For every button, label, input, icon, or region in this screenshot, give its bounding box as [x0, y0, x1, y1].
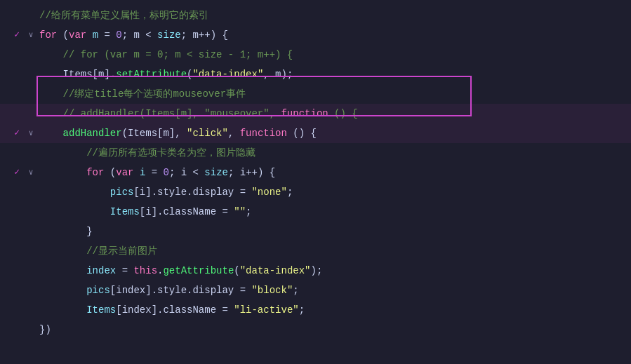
code-line: pics[i].style.display = "none"; [0, 182, 631, 202]
line-content: //显示当前图片 [36, 241, 631, 261]
code-line: Items[i].className = ""; [0, 202, 631, 222]
code-line: Items[index].className = "li-active"; [0, 300, 631, 320]
line-content: } [36, 222, 631, 241]
code-line: ✓ ∨ addHandler(Items[m], "click", functi… [0, 123, 631, 143]
code-line: //绑定title每个选项的mouseover事件 [0, 84, 631, 104]
code-line: // for (var m = 0; m < size - 1; m++) { [0, 45, 631, 65]
fold-arrow: ∨ [25, 163, 36, 182]
fold-arrow: ∨ [25, 25, 36, 45]
line-content: pics[i].style.display = "none"; [36, 182, 631, 202]
code-line: //遍历所有选项卡类名为空，图片隐藏 [0, 143, 631, 163]
code-line: Items[m].setAttribute("data-index", m); [0, 65, 631, 84]
code-editor: //给所有菜单定义属性，标明它的索引 ✓ ∨ for (var m = 0; m… [0, 0, 631, 364]
code-line: //显示当前图片 [0, 241, 631, 261]
line-content: addHandler(Items[m], "click", function (… [36, 123, 631, 143]
code-line: } [0, 222, 631, 241]
line-gutter: ✓ [0, 25, 25, 45]
line-content: //绑定title每个选项的mouseover事件 [36, 84, 631, 104]
code-line: ✓ ∨ for (var m = 0; m < size; m++) { [0, 25, 631, 45]
code-line: //给所有菜单定义属性，标明它的索引 [0, 6, 631, 25]
line-content: //遍历所有选项卡类名为空，图片隐藏 [36, 143, 631, 163]
line-content: // addHandler(Items[m], "mouseover", fun… [36, 104, 631, 123]
line-content: index = this.getAttribute("data-index"); [36, 261, 631, 281]
line-content: }) [36, 320, 631, 339]
code-line: }) [0, 320, 631, 339]
line-content: //给所有菜单定义属性，标明它的索引 [36, 6, 631, 25]
code-line: index = this.getAttribute("data-index"); [0, 261, 631, 281]
code-line: ✓ ∨ for (var i = 0; i < size; i++) { [0, 163, 631, 182]
line-content: Items[m].setAttribute("data-index", m); [36, 65, 631, 84]
code-line: pics[index].style.display = "block"; [0, 281, 631, 300]
code-lines: //给所有菜单定义属性，标明它的索引 ✓ ∨ for (var m = 0; m… [0, 0, 631, 345]
line-content: // for (var m = 0; m < size - 1; m++) { [36, 45, 631, 65]
line-gutter: ✓ [0, 123, 25, 143]
line-gutter: ✓ [0, 163, 25, 182]
line-content: for (var m = 0; m < size; m++) { [36, 25, 631, 45]
fold-arrow: ∨ [25, 123, 36, 143]
code-line: // addHandler(Items[m], "mouseover", fun… [0, 104, 631, 123]
line-content: for (var i = 0; i < size; i++) { [36, 163, 631, 182]
line-content: Items[i].className = ""; [36, 202, 631, 222]
line-content: Items[index].className = "li-active"; [36, 300, 631, 320]
line-content: pics[index].style.display = "block"; [36, 281, 631, 300]
